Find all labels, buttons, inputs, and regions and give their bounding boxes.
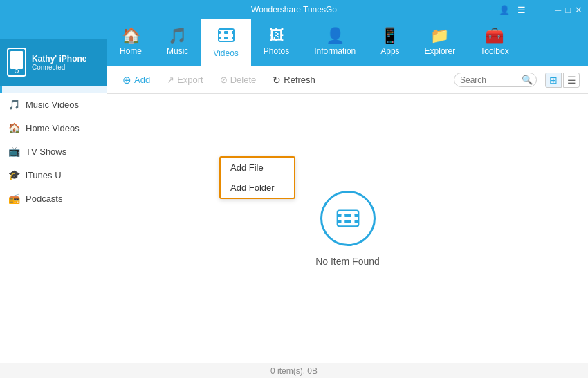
refresh-button[interactable]: ↻ Refresh [266, 72, 322, 88]
export-button[interactable]: ↗ Export [160, 72, 210, 88]
sidebar-music-videos-label: Music Videos [26, 100, 79, 110]
svg-rect-4 [232, 37, 235, 39]
photos-icon: 🖼 [269, 28, 284, 44]
sidebar-podcasts-label: Podcasts [26, 193, 62, 204]
podcasts-icon: 📻 [8, 193, 20, 204]
svg-rect-3 [232, 31, 235, 34]
refresh-icon: ↻ [273, 75, 281, 86]
svg-rect-1 [218, 31, 221, 34]
add-button[interactable]: ⊕ Add [116, 71, 157, 89]
svg-rect-9 [337, 219, 341, 223]
sidebar-home-videos-label: Home Videos [26, 123, 80, 133]
view-toggle: ⊞ ☰ [545, 73, 580, 88]
sidebar-item-itunes-u[interactable]: 🎓 iTunes U [0, 163, 107, 187]
home-videos-icon: 🏠 [8, 122, 20, 133]
add-dropdown: Add File Add Folder [219, 156, 295, 199]
nav-information-label: Information [314, 46, 356, 56]
tv-shows-icon: 📺 [8, 146, 20, 157]
title-bar: Wondershare TunesGo 👤 ☰ ─ □ ✕ [0, 0, 588, 19]
nav-videos[interactable]: Videos [201, 19, 250, 66]
add-folder-option[interactable]: Add Folder [221, 178, 294, 198]
status-bar: 0 item(s), 0B [0, 363, 588, 378]
refresh-label: Refresh [284, 75, 315, 85]
delete-icon: ⊘ [220, 75, 228, 85]
delete-button[interactable]: ⊘ Delete [213, 72, 264, 88]
svg-rect-12 [344, 214, 351, 217]
explorer-icon: 📁 [430, 28, 449, 44]
nav-apps-label: Apps [380, 46, 399, 56]
nav-explorer[interactable]: 📁 Explorer [412, 19, 468, 66]
device-text: Kathy' iPhone Connected [32, 54, 87, 71]
export-icon: ↗ [167, 75, 174, 85]
svg-rect-2 [218, 37, 221, 39]
window-controls: ─ □ ✕ [555, 5, 582, 15]
nav-explorer-label: Explorer [425, 46, 456, 56]
list-view-button[interactable]: ☰ [563, 73, 580, 88]
grid-view-button[interactable]: ⊞ [545, 73, 562, 88]
sidebar-item-home-videos[interactable]: 🏠 Home Videos [0, 116, 107, 140]
svg-rect-6 [224, 37, 228, 39]
svg-rect-13 [344, 219, 351, 223]
minimize-button[interactable]: ─ [555, 5, 561, 15]
app-title: Wondershare TunesGo [251, 5, 337, 15]
close-button[interactable]: ✕ [575, 5, 582, 15]
svg-rect-7 [337, 210, 358, 226]
toolbar: ⊕ Add ↗ Export ⊘ Delete ↻ Refresh 🔍 ⊞ [107, 66, 588, 94]
nav-apps[interactable]: 📱 Apps [368, 19, 412, 66]
music-icon: 🎵 [168, 28, 187, 44]
nav-photos[interactable]: 🖼 Photos [251, 19, 302, 66]
user-icon[interactable]: 👤 [499, 5, 510, 15]
device-icon [7, 48, 26, 77]
title-bar-user-area: 👤 ☰ [499, 5, 526, 15]
nav-home-label: Home [120, 46, 142, 56]
delete-label: Delete [230, 75, 257, 85]
svg-rect-5 [224, 31, 228, 34]
toolbox-icon: 🧰 [485, 28, 504, 44]
svg-rect-10 [354, 214, 358, 217]
search-box[interactable]: 🔍 [454, 73, 537, 87]
maximize-button[interactable]: □ [565, 5, 571, 15]
information-icon: 👤 [326, 28, 344, 44]
device-status: Connected [32, 64, 87, 71]
device-name: Kathy' iPhone [32, 54, 87, 64]
nav-videos-label: Videos [213, 48, 238, 58]
music-videos-icon: 🎵 [8, 99, 20, 110]
nav-toolbox-label: Toolbox [480, 46, 508, 56]
itunes-u-icon: 🎓 [8, 169, 20, 180]
sidebar-item-podcasts[interactable]: 📻 Podcasts [0, 187, 107, 210]
svg-rect-0 [219, 29, 234, 41]
nav-information[interactable]: 👤 Information [302, 19, 368, 66]
menu-icon[interactable]: ☰ [517, 5, 526, 15]
sidebar-item-music-videos[interactable]: 🎵 Music Videos [0, 93, 107, 116]
add-file-option[interactable]: Add File [221, 158, 294, 178]
device-info: Kathy' iPhone Connected [0, 39, 107, 86]
nav-home[interactable]: 🏠 Home [107, 19, 154, 66]
empty-state: No Item Found [107, 94, 588, 363]
status-text: 0 item(s), 0B [270, 366, 318, 376]
svg-rect-8 [337, 214, 341, 217]
empty-message: No Item Found [315, 256, 380, 267]
sidebar-item-tv-shows[interactable]: 📺 TV Shows [0, 140, 107, 163]
apps-icon: 📱 [380, 28, 399, 44]
home-icon: 🏠 [122, 28, 140, 44]
nav-music[interactable]: 🎵 Music [154, 19, 201, 66]
main-panel: ⊕ Add ↗ Export ⊘ Delete ↻ Refresh 🔍 ⊞ [107, 66, 588, 363]
nav-photos-label: Photos [264, 46, 289, 56]
sidebar-itunes-u-label: iTunes U [26, 170, 62, 180]
empty-icon-circle [320, 191, 376, 246]
svg-rect-11 [354, 219, 358, 223]
sidebar: 🎬 Movies 🎵 Music Videos 🏠 Home Videos 📺 … [0, 66, 107, 363]
search-input[interactable] [460, 75, 519, 85]
content-area: 🎬 Movies 🎵 Music Videos 🏠 Home Videos 📺 … [0, 66, 588, 363]
videos-icon [218, 28, 235, 46]
add-label: Add [134, 75, 150, 85]
nav-music-label: Music [167, 46, 188, 56]
sidebar-tv-shows-label: TV Shows [26, 147, 66, 157]
film-icon [335, 205, 361, 231]
export-label: Export [177, 75, 203, 85]
search-icon: 🔍 [522, 75, 533, 85]
add-plus-icon: ⊕ [122, 74, 131, 86]
nav-toolbox[interactable]: 🧰 Toolbox [468, 19, 521, 66]
